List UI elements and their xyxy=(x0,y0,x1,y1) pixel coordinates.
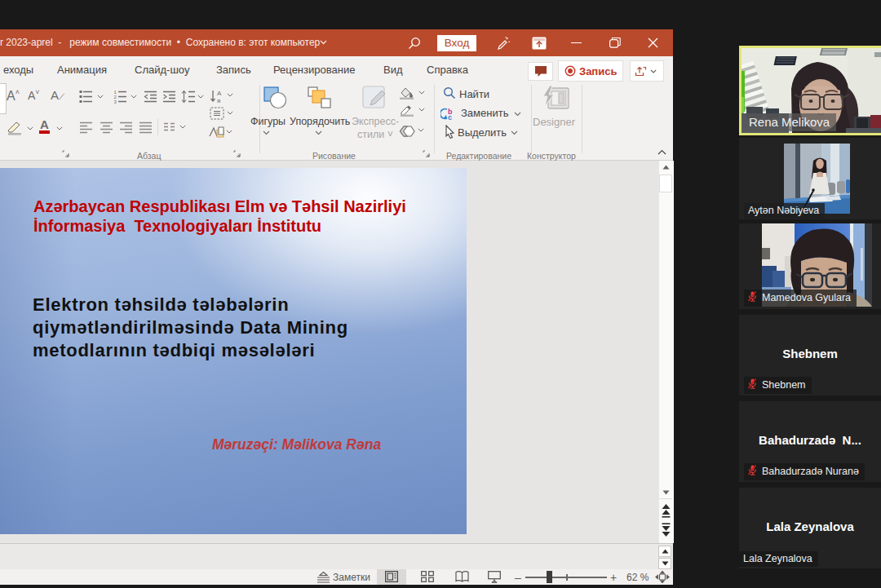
svg-text:c: c xyxy=(448,113,452,121)
svg-text:я: я xyxy=(217,97,220,104)
svg-text:А: А xyxy=(217,90,222,97)
svg-text:3: 3 xyxy=(114,99,117,104)
